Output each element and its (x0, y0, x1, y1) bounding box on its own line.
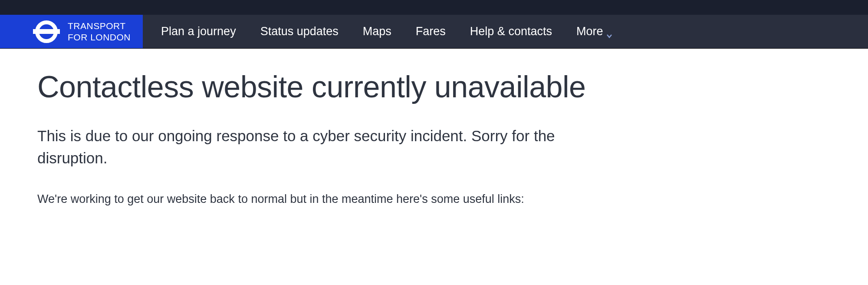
logo-line-2: FOR LONDON (68, 32, 131, 42)
logo-line-1: TRANSPORT (68, 21, 126, 31)
chevron-down-icon (606, 29, 612, 35)
tfl-roundel-icon (33, 20, 60, 43)
nav-status-updates[interactable]: Status updates (260, 25, 339, 38)
top-utility-bar (0, 0, 868, 15)
nav-more[interactable]: More (576, 25, 613, 38)
main-navigation: TRANSPORT FOR LONDON Plan a journey Stat… (0, 15, 868, 49)
nav-help-contacts[interactable]: Help & contacts (470, 25, 552, 38)
nav-plan-a-journey[interactable]: Plan a journey (161, 25, 236, 38)
logo-home-link[interactable]: TRANSPORT FOR LONDON (0, 15, 143, 48)
logo-text: TRANSPORT FOR LONDON (68, 20, 131, 42)
main-content: Contactless website currently unavailabl… (0, 49, 868, 208)
lead-paragraph: This is due to our ongoing response to a… (37, 125, 558, 169)
page-title: Contactless website currently unavailabl… (37, 70, 868, 104)
nav-more-label: More (576, 25, 603, 38)
nav-links-container: Plan a journey Status updates Maps Fares… (143, 15, 612, 48)
nav-fares[interactable]: Fares (416, 25, 446, 38)
body-paragraph: We're working to get our website back to… (37, 190, 868, 208)
nav-maps[interactable]: Maps (363, 25, 391, 38)
